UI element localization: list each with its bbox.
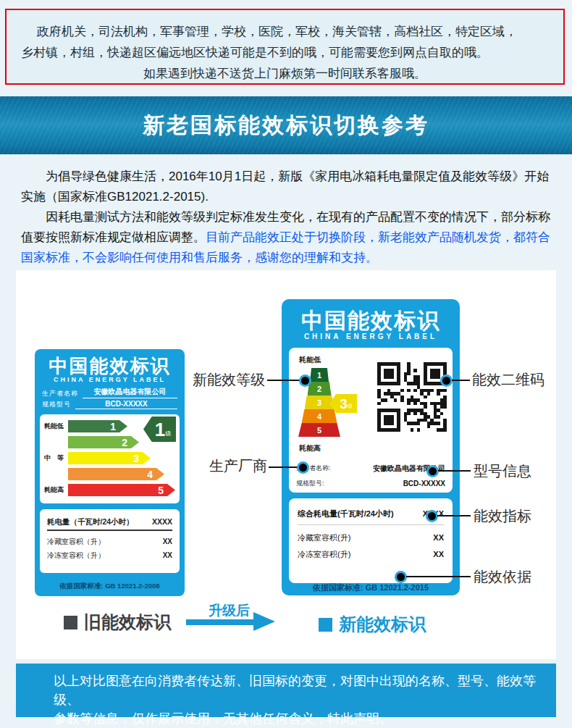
square-bullet-icon <box>319 618 332 632</box>
pyramid-number: 1 <box>317 371 321 380</box>
grade-bar-row: 4 <box>44 468 175 480</box>
model-label: 规格型号: <box>296 476 324 491</box>
connector-dot <box>442 377 450 385</box>
old-producer-value: 安徽欧晶电器有限公司 <box>83 387 177 398</box>
old-label-caption: 旧能效标识 <box>64 611 171 634</box>
annotation-line <box>452 380 470 381</box>
scale-low-label: 耗能低 <box>299 355 321 365</box>
grade-bar-number: 1 <box>110 421 116 432</box>
notice-line-2: 乡村镇，村组，快递超区偏远地区快递可能是不到的哦，可能需要您到网点自取的哦。 <box>21 42 549 63</box>
new-label-caption: 新能效标识 <box>319 613 426 636</box>
spec-label: 冷藏室容积(升) <box>298 530 350 546</box>
model-value: BCD-XXXXX <box>403 476 445 491</box>
intro-line-5: 国家标准，不会影响任何使用和售后服务，感谢您的理解和支持。 <box>21 248 554 268</box>
old-label-spec-box: 耗电量（千瓦时/24小时） XXXX 冷藏室容积（升） XX 冷冻室容积（升） … <box>40 509 180 573</box>
annotation-line <box>438 470 471 472</box>
disclaimer-line-2: 参数等信息，仅作展示使用，无其他任何含义，特此声明。 <box>54 709 556 728</box>
old-caption-text: 旧能效标识 <box>84 611 171 634</box>
spec-value: XXXX <box>152 515 172 529</box>
scale-high-label: 耗能高 <box>44 485 68 495</box>
new-grade-suffix: 级 <box>348 403 353 410</box>
old-label-grade-box: 耗能低 1 2 中 等 3 4 耗能高 5 <box>40 414 180 503</box>
new-label-title: 中国能效标识 <box>282 306 460 336</box>
scale-high-label: 耗能高 <box>299 443 321 453</box>
intro-line-4: 值要按照新标准规定做相应调整。目前产品能效正处于切换阶段，新老能效产品随机发货，… <box>21 227 554 248</box>
old-energy-label: 中国能效标识 CHINA ENERGY LABEL 生产者名称 安徽欧晶电器有限… <box>35 349 185 596</box>
annotation-line <box>267 380 300 381</box>
grade-bar-number: 2 <box>122 437 127 448</box>
page: 政府机关，司法机构，军事管理，学校，医院，军校，海关管辖，高档社区，特定区域， … <box>0 0 572 728</box>
grade-bar-4: 4 <box>68 468 164 480</box>
spec-label: 冷藏室容积（升） <box>47 535 105 548</box>
grade-bar-row: 中 等 3 <box>44 452 175 464</box>
old-producer-row: 生产者名称 安徽欧晶电器有限公司 <box>42 387 177 398</box>
connector-dot <box>299 464 307 472</box>
producer-row: 生产者名称: 安徽欧晶电器有限公司 <box>296 461 445 476</box>
annotation-qr: 能效二维码 <box>472 370 544 390</box>
upgrade-arrow-head-icon <box>253 612 275 631</box>
pyramid-level-3: 3 <box>305 396 335 409</box>
new-label-names: 生产者名称: 安徽欧晶电器有限公司 规格型号: BCD-XXXXX <box>296 461 445 491</box>
new-label-standard: 依据国家标准: GB 12021.2-2015 <box>282 582 460 593</box>
old-model-value: BCD-XXXXX <box>75 400 177 409</box>
annotation-index: 能效指标 <box>474 506 531 526</box>
pyramid-level-4: 4 <box>302 409 337 423</box>
intro-line-3: 因耗电量测试方法和能效等级判定标准发生变化，在现有的产品配置不变的情况下，部分标… <box>21 207 554 227</box>
spec-row: 冷冻室容积（升） XX <box>47 548 172 562</box>
annotation-line <box>406 576 471 577</box>
old-label-subtitle: CHINA ENERGY LABEL <box>35 376 185 383</box>
scale-mid-label: 中 等 <box>44 453 68 463</box>
spec-value: XX <box>433 530 444 546</box>
spec-label: 综合耗电量(千瓦时/24小时) <box>298 506 394 522</box>
pyramid-level-5: 5 <box>298 423 340 437</box>
intro-paragraphs: 为倡导绿色健康生活，2016年10月1日起，新版《家用电冰箱耗电量限定值及能效等… <box>21 167 554 268</box>
section-title: 新老国标能效标识切换参考 <box>0 96 572 154</box>
pyramid-number: 4 <box>317 412 321 421</box>
spec-label: 耗电量（千瓦时/24小时） <box>47 515 134 529</box>
annotation-basis: 能效依据 <box>474 567 531 587</box>
connector-dot <box>397 573 405 581</box>
section-banner: 新老国标能效标识切换参考 <box>0 96 572 154</box>
pyramid-level-2: 2 <box>308 382 332 396</box>
spec-row: 冷藏室容积（升） XX <box>47 535 172 548</box>
spec-row: 冷藏室容积(升) XX <box>298 530 444 546</box>
old-producer-label: 生产者名称 <box>42 389 78 398</box>
shipping-notice-box: 政府机关，司法机构，军事管理，学校，医院，军校，海关管辖，高档社区，特定区域， … <box>5 9 565 85</box>
pyramid-number: 5 <box>317 426 321 435</box>
upgrade-arrow <box>186 619 257 625</box>
grade-bar-5: 5 <box>68 484 175 496</box>
old-grade-number: 1 <box>155 420 165 439</box>
connector-dot <box>301 377 309 385</box>
intro-line-4-black: 值要按照新标准规定做相应调整。 <box>21 230 206 244</box>
annotation-line <box>437 515 471 516</box>
disclaimer-box: 以上对比图意在向消费者传达新、旧国标的变更，对图中出现的名称、型号、能效等级、 … <box>16 664 556 717</box>
grade-bar-number: 3 <box>133 453 139 464</box>
square-bullet-icon <box>64 616 77 629</box>
model-row: 规格型号: BCD-XXXXX <box>296 476 445 491</box>
spec-row: 耗电量（千瓦时/24小时） XXXX <box>47 515 172 529</box>
notice-line-3: 如果遇到快递不送货上门麻烦第一时间联系客服哦。 <box>21 63 549 84</box>
old-model-row: 规格型号 BCD-XXXXX <box>42 400 177 409</box>
annotation-new-grade: 新能效等级 <box>193 370 265 390</box>
spec-value: XX <box>163 535 172 548</box>
old-grade-suffix: 级 <box>165 430 171 438</box>
new-grade-number: 3 <box>340 397 348 411</box>
spec-label: 冷冻室容积(升) <box>298 546 350 563</box>
divider <box>298 524 444 525</box>
divider <box>47 530 172 531</box>
pyramid-number: 3 <box>317 398 321 407</box>
intro-line-4-blue: 目前产品能效正处于切换阶段，新老能效产品随机发货，都符合 <box>206 230 550 244</box>
grade-bar-row: 耗能高 5 <box>44 484 175 496</box>
intro-line-1: 为倡导绿色健康生活，2016年10月1日起，新版《家用电冰箱耗电量限定值及能效等… <box>21 167 554 187</box>
grade-bar-number: 4 <box>147 469 153 480</box>
connector-dot <box>428 512 436 520</box>
new-energy-label: 中国能效标识 CHINA ENERGY LABEL 耗能低 1 2 3 4 5 … <box>282 299 460 595</box>
new-label-spec-box: 综合耗电量(千瓦时/24小时) XXXX 冷藏室容积(升) XX 冷冻室容积(升… <box>289 498 453 583</box>
grade-bar-1: 1 <box>68 420 127 432</box>
connector-dot <box>429 467 437 475</box>
spec-row: 冷冻室容积(升) XX <box>298 546 444 563</box>
disclaimer-line-1: 以上对比图意在向消费者传达新、旧国标的变更，对图中出现的名称、型号、能效等级、 <box>54 671 556 709</box>
new-label-subtitle: CHINA ENERGY LABEL <box>282 332 460 340</box>
spec-value: XX <box>433 546 444 563</box>
spec-row: 综合耗电量(千瓦时/24小时) XXXX <box>298 506 444 522</box>
